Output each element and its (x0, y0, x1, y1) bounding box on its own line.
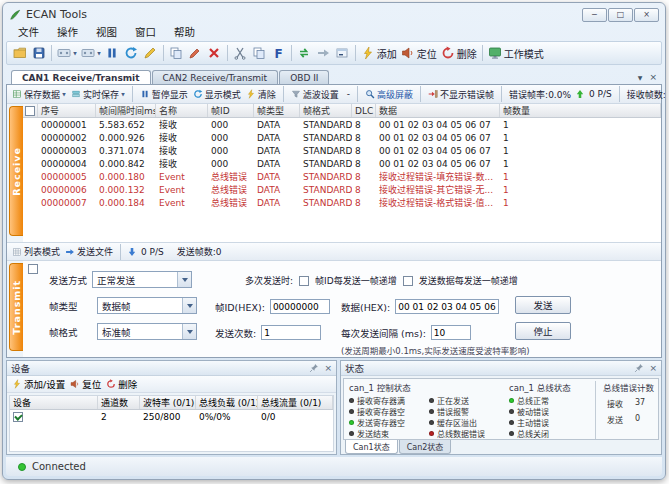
playback-dropdown-button[interactable]: ▼ (79, 43, 103, 63)
column-header[interactable]: 总线负载 (0/1) (196, 396, 258, 409)
device-add-setup-button[interactable]: 添加/设置 (11, 377, 66, 391)
tab-overflow-icon[interactable]: ▼ (638, 74, 643, 81)
data-input[interactable] (395, 299, 499, 314)
send-file-button[interactable]: 发送文件 (64, 245, 114, 258)
column-header[interactable]: 通道数 (98, 396, 140, 409)
device-row[interactable]: 2 250/800 0%/0% 0/0 (10, 410, 333, 424)
column-header[interactable]: 设备 (10, 396, 98, 409)
pause-button[interactable] (103, 43, 122, 63)
locate-button[interactable]: 定位 (399, 43, 439, 63)
copy-frame-button[interactable] (167, 43, 186, 63)
column-header[interactable]: DLC (352, 104, 376, 117)
edit-button[interactable] (141, 43, 160, 63)
menu-item-窗口[interactable]: 窗口 (126, 23, 165, 40)
column-header[interactable]: 帧间隔时间ms (96, 104, 156, 117)
save-data-button[interactable]: 保存数据▼ (11, 88, 67, 101)
window-layout-button[interactable] (333, 43, 352, 63)
column-header[interactable]: 帧类型 (254, 104, 300, 117)
column-header[interactable]: 名称 (156, 104, 208, 117)
column-header[interactable]: 数据 (376, 104, 500, 117)
inc-data-checkbox[interactable] (403, 276, 413, 286)
display-mode-button[interactable]: 显示模式 (192, 88, 242, 101)
device-reset-button[interactable]: 复位 (69, 377, 102, 391)
column-header[interactable]: 总线流量 (0/1) (258, 396, 333, 409)
edit-frame-button[interactable] (186, 43, 205, 63)
save-button[interactable] (29, 43, 48, 63)
table-row[interactable]: 000000040.000.842接收000DATASTANDARD800 01… (23, 157, 661, 170)
pin-icon[interactable] (309, 363, 319, 373)
tab-transmit[interactable]: Transmit (9, 263, 23, 351)
send-times-input[interactable] (261, 325, 321, 340)
filter-combo[interactable]: - (346, 89, 351, 99)
inc-id-checkbox[interactable] (299, 276, 309, 286)
select-all-checkbox[interactable] (25, 106, 35, 116)
table-row[interactable]: 000000020.000.926接收000DATASTANDARD800 01… (23, 131, 661, 144)
panel-close-icon[interactable]: × (324, 363, 332, 373)
table-cell: 接收过程错误-其它错误-无... (376, 183, 500, 196)
device-delete-button[interactable]: 删除 (105, 377, 138, 391)
work-mode-button[interactable]: 工作模式 (486, 43, 546, 63)
pin-icon[interactable] (634, 363, 644, 373)
menu-item-视图[interactable]: 视图 (87, 23, 126, 40)
cut-button[interactable] (231, 43, 250, 63)
send-button[interactable]: 发送 (515, 296, 571, 314)
status-led-item: 主动错误 (509, 417, 595, 427)
format-button[interactable] (269, 43, 288, 63)
close-button[interactable]: × (634, 8, 659, 22)
forward-button[interactable] (314, 43, 333, 63)
paste-button[interactable] (250, 43, 269, 63)
stop-button[interactable]: 停止 (515, 322, 571, 340)
table-row[interactable]: 000000030.371.074接收000DATASTANDARD800 01… (23, 144, 661, 157)
frame-id-input[interactable] (270, 299, 330, 314)
panel-close-icon[interactable]: × (649, 363, 657, 373)
frame-format-select[interactable]: 标准帧 (97, 323, 197, 340)
table-row[interactable]: 000000015.583.652接收000DATASTANDARD800 01… (23, 118, 661, 131)
list-mode-button[interactable]: 列表模式 (11, 245, 61, 258)
table-cell: STANDARD (300, 198, 352, 208)
send-method-select[interactable]: 正常发送 (92, 271, 192, 288)
tab-CAN2 Receive/Transmit[interactable]: CAN2 Receive/Transmit (152, 70, 279, 84)
clear-button[interactable]: 清除 (245, 88, 277, 101)
advanced-mask-button[interactable]: 高级屏蔽 (364, 88, 414, 101)
delete-frame-button[interactable] (205, 43, 224, 63)
table-row[interactable]: 000000050.000.180Event总线错误DATASTANDARD8接… (23, 170, 661, 183)
minimize-button[interactable]: ─ (582, 8, 607, 22)
tab-Can1状态[interactable]: Can1状态 (345, 440, 398, 454)
record-dropdown-button[interactable]: ▼ (55, 43, 79, 63)
table-cell: 8 (352, 198, 376, 208)
filter-settings-button[interactable]: 滤波设置 (290, 88, 340, 101)
column-header[interactable]: 帧ID (208, 104, 254, 117)
table-row[interactable]: 000000060.000.132Event总线错误DATASTANDARD8接… (23, 183, 661, 196)
tab-close-icon[interactable]: × (649, 72, 657, 82)
title-bar[interactable]: ECAN Tools ─ □ × (3, 3, 665, 23)
sync-button[interactable] (295, 43, 314, 63)
refresh-button[interactable] (122, 43, 141, 63)
column-header[interactable]: 波特率 (0/1) (140, 396, 196, 409)
menu-item-帮助[interactable]: 帮助 (165, 23, 204, 40)
tab-OBD II[interactable]: OBD II (279, 70, 329, 84)
menu-item-文件[interactable]: 文件 (9, 23, 48, 40)
tab-CAN1 Receive/Transmit[interactable]: CAN1 Receive/Transmit (11, 70, 151, 84)
device-checkbox[interactable] (13, 412, 23, 422)
column-header[interactable]: 帧数量 (500, 104, 661, 117)
table-row[interactable]: 000000070.000.184Event总线错误DATASTANDARD8接… (23, 196, 661, 209)
open-file-button[interactable] (10, 43, 29, 63)
transmit-select-checkbox[interactable] (28, 264, 38, 274)
add-button[interactable]: 添加 (359, 43, 399, 63)
remove-button[interactable]: 删除 (439, 43, 479, 63)
interval-label: 每次发送间隔 (ms): (341, 326, 426, 340)
tab-Can2状态[interactable]: Can2状态 (399, 440, 452, 454)
maximize-button[interactable]: □ (608, 8, 633, 22)
chevron-down-icon (177, 272, 191, 287)
send-method-label: 发送方式 (49, 273, 87, 287)
pause-display-button[interactable]: 暂停显示 (139, 88, 189, 101)
hide-error-frames-button[interactable]: 不显示错误帧 (427, 88, 495, 101)
column-header[interactable]: 序号 (38, 104, 96, 117)
frame-type-select[interactable]: 数据帧 (97, 297, 197, 314)
column-header[interactable]: 帧格式 (300, 104, 352, 117)
realtime-save-button[interactable]: 实时保存▼ (70, 88, 126, 101)
interval-input[interactable] (431, 325, 471, 340)
menu-item-操作[interactable]: 操作 (48, 23, 87, 40)
chevron-down-icon: ▼ (62, 91, 65, 96)
tab-receive[interactable]: Receive (9, 106, 23, 236)
